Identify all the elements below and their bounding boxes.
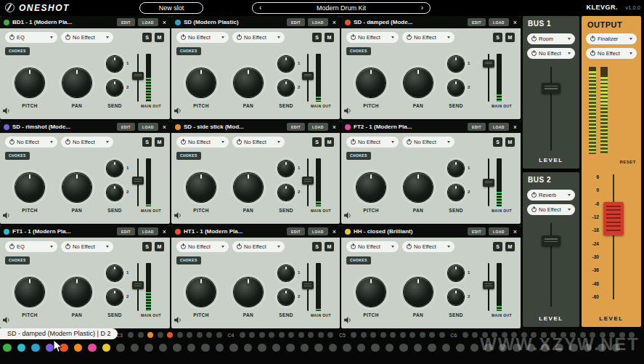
channel-volume-fader[interactable] — [483, 54, 494, 102]
close-icon[interactable]: × — [513, 228, 517, 235]
pad-dot[interactable] — [371, 344, 380, 352]
edit-button[interactable]: EDIT — [468, 123, 486, 131]
pitch-knob[interactable] — [356, 278, 386, 307]
pad-dot[interactable] — [456, 344, 465, 352]
speaker-icon[interactable] — [3, 212, 11, 219]
pad-dot[interactable] — [513, 344, 521, 352]
pad-dot[interactable] — [288, 332, 294, 338]
pad-dot[interactable] — [420, 332, 425, 338]
power-icon[interactable] — [237, 35, 242, 40]
kit-selector[interactable]: ‹ Modern Drum Kit › — [252, 2, 431, 14]
pad-dot[interactable] — [116, 344, 125, 352]
pad-dot[interactable] — [598, 344, 606, 352]
edit-button[interactable]: EDIT — [117, 18, 135, 26]
load-button[interactable]: LOAD — [138, 18, 158, 26]
load-button[interactable]: LOAD — [308, 123, 328, 131]
speaker-icon[interactable] — [344, 108, 352, 114]
pan-knob[interactable] — [404, 173, 433, 202]
pan-knob[interactable] — [62, 173, 91, 202]
send2-knob[interactable] — [278, 289, 294, 305]
close-icon[interactable]: × — [513, 19, 517, 26]
pad-dot[interactable] — [147, 332, 153, 338]
close-icon[interactable]: × — [163, 19, 166, 26]
pad-dot[interactable] — [206, 332, 212, 338]
chokes-button[interactable]: CHOKES — [5, 256, 30, 264]
mute-button[interactable]: M — [155, 137, 164, 147]
fx-slot-2-dropdown[interactable]: No Effect — [61, 32, 113, 43]
channel-volume-fader[interactable] — [132, 54, 144, 102]
channel-volume-fader[interactable] — [302, 158, 314, 206]
send2-knob[interactable] — [278, 80, 294, 96]
pad-dot[interactable] — [550, 332, 556, 338]
pad-dot[interactable] — [102, 344, 111, 352]
volume-fader-handle[interactable] — [302, 281, 314, 289]
volume-fader-handle[interactable] — [302, 177, 314, 185]
volume-fader-handle[interactable] — [132, 72, 144, 80]
volume-fader-handle[interactable] — [302, 72, 314, 80]
power-icon[interactable] — [407, 139, 412, 145]
send1-knob[interactable] — [278, 56, 294, 72]
power-icon[interactable] — [237, 244, 242, 249]
pad-dot[interactable] — [555, 344, 564, 352]
pad-dot[interactable] — [131, 344, 139, 352]
fx-slot-2-dropdown[interactable]: No Effect — [232, 241, 285, 252]
speaker-icon[interactable] — [174, 212, 182, 219]
output-level-fader[interactable] — [603, 174, 624, 299]
power-icon[interactable] — [531, 207, 537, 212]
pad-dot[interactable] — [301, 344, 309, 352]
fx-slot-2-dropdown[interactable]: No Effect — [402, 241, 455, 252]
solo-button[interactable]: S — [493, 33, 502, 42]
pad-dot[interactable] — [462, 332, 468, 338]
pad-dot[interactable] — [343, 344, 351, 352]
power-icon[interactable] — [181, 35, 186, 40]
volume-fader-handle[interactable] — [132, 177, 144, 185]
pad-dot[interactable] — [561, 332, 566, 338]
close-icon[interactable]: × — [163, 228, 166, 235]
pitch-knob[interactable] — [187, 173, 216, 202]
solo-button[interactable]: S — [493, 242, 502, 251]
solo-button[interactable]: S — [142, 137, 152, 147]
volume-fader-handle[interactable] — [483, 60, 494, 68]
send2-knob[interactable] — [278, 185, 294, 201]
pad-dot[interactable] — [470, 344, 479, 352]
fx-slot-1-dropdown[interactable]: No Effect — [176, 32, 229, 43]
power-icon[interactable] — [351, 35, 356, 40]
send2-knob[interactable] — [448, 80, 464, 96]
pad-dot[interactable] — [329, 344, 338, 352]
power-icon[interactable] — [531, 51, 537, 56]
fx-slot-1-dropdown[interactable]: No Effect — [176, 241, 229, 252]
pad-dot[interactable] — [484, 344, 493, 352]
send1-knob[interactable] — [448, 56, 464, 72]
pad-dot[interactable] — [216, 332, 222, 338]
solo-button[interactable]: S — [142, 242, 152, 251]
pad-dot[interactable] — [249, 332, 255, 338]
channel-volume-fader[interactable] — [132, 263, 144, 311]
solo-button[interactable]: S — [312, 242, 322, 251]
send2-knob[interactable] — [448, 185, 464, 201]
pad-dot[interactable] — [216, 344, 224, 352]
pad-dot[interactable] — [612, 344, 621, 352]
chokes-button[interactable]: CHOKES — [5, 152, 30, 160]
pad-dot[interactable] — [399, 344, 408, 352]
pad-dot[interactable] — [173, 344, 182, 352]
pad-dot[interactable] — [531, 332, 537, 338]
close-icon[interactable]: × — [333, 228, 336, 235]
pad-dot[interactable] — [492, 332, 497, 338]
load-button[interactable]: LOAD — [308, 18, 328, 26]
pad-dot[interactable] — [502, 332, 508, 338]
pad-dot[interactable] — [580, 332, 586, 338]
pad-dot[interactable] — [177, 332, 183, 338]
pad-dot[interactable] — [472, 332, 478, 338]
channel-volume-fader[interactable] — [302, 54, 314, 102]
edit-button[interactable]: EDIT — [287, 123, 305, 131]
pad-dot[interactable] — [541, 344, 550, 352]
pad-dot[interactable] — [158, 332, 163, 338]
pan-knob[interactable] — [234, 278, 263, 307]
pad-dot[interactable] — [229, 344, 238, 352]
pad-dot[interactable] — [167, 332, 173, 338]
pad-dot[interactable] — [351, 332, 356, 338]
bus2-fx2-dropdown[interactable]: No Effect — [527, 204, 575, 215]
send2-knob[interactable] — [107, 289, 123, 305]
pad-dot[interactable] — [609, 332, 615, 338]
bus1-fx1-dropdown[interactable]: Room — [527, 33, 575, 44]
